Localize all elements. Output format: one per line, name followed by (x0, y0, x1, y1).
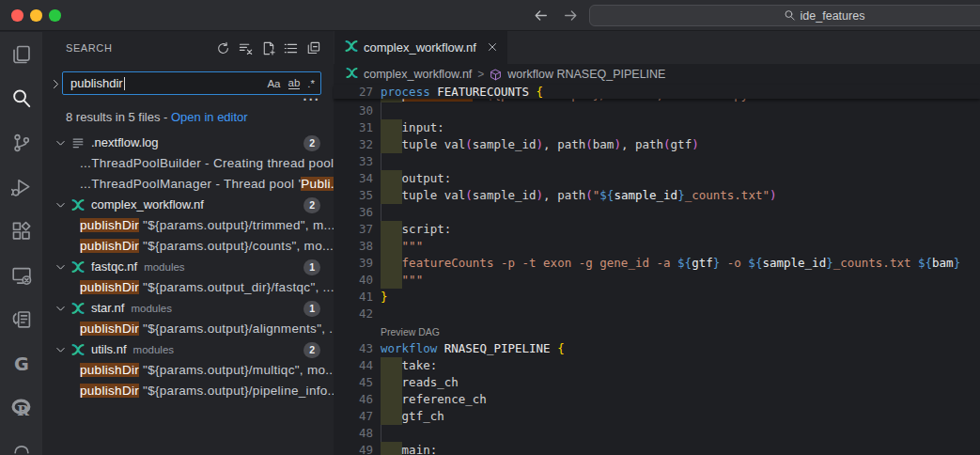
extensions-icon[interactable] (0, 209, 42, 253)
search-match-row[interactable]: ...ThreadPoolBuilder - Creating thread p… (42, 153, 334, 174)
references-icon[interactable] (0, 297, 42, 341)
code-line-46: 46 reference_ch (334, 391, 980, 408)
clear-results-icon[interactable] (239, 41, 253, 55)
chevron-down-icon[interactable] (54, 343, 68, 356)
search-results-tree: .nextflow.log2...ThreadPoolBuilder - Cre… (42, 133, 334, 401)
search-result-file[interactable]: star.nfmodules1 (42, 298, 334, 319)
file-badge-detail: modules (131, 298, 171, 319)
results-summary: 8 results in 5 files - Open in editor (66, 110, 248, 124)
view-as-list-icon[interactable] (284, 41, 298, 55)
more-actions-icon[interactable]: ··· (303, 92, 321, 107)
log-file-icon (71, 136, 86, 150)
chevron-down-icon[interactable] (54, 302, 68, 315)
gitlens-icon[interactable]: G (0, 341, 42, 385)
tab-label: complex_workflow.nf (364, 40, 476, 55)
r-language-icon[interactable]: R (0, 385, 42, 430)
whole-word-toggle[interactable]: ab (288, 77, 301, 89)
partial-bottom-icon[interactable] (0, 430, 42, 455)
remote-explorer-icon[interactable] (0, 253, 42, 297)
breadcrumb-file[interactable]: complex_workflow.nf (364, 68, 472, 81)
file-name: complex_workflow.nf (91, 195, 204, 215)
code-lines: 3031 input:32 tuple val(sample_id), path… (334, 102, 980, 455)
panel-title: SEARCH (66, 42, 112, 54)
run-debug-icon[interactable] (0, 165, 42, 209)
svg-text:G: G (14, 353, 29, 374)
symbol-namespace-icon (490, 69, 502, 81)
match-highlight: publishDir (80, 384, 139, 398)
text-cursor (124, 77, 126, 90)
nextflow-icon (71, 343, 86, 357)
traffic-light-zoom[interactable] (49, 9, 61, 22)
search-match-row[interactable]: publishDir "${params.output}/pipeline_in… (42, 381, 334, 401)
breadcrumb-symbol[interactable]: workflow RNASEQ_PIPELINE (507, 68, 665, 81)
search-match-row[interactable]: publishDir "${params.output}/multiqc", m… (42, 360, 334, 381)
search-match-row[interactable]: ...ThreadPoolManager - Thread pool 'Publ… (42, 174, 334, 195)
code-line-31: 31 input: (334, 119, 980, 136)
nextflow-icon (71, 260, 86, 275)
editor-group: complex_workflow.nf complex_workflow.nf … (334, 32, 980, 455)
code-line-39: 39 featureCounts -p -t exon -g gene_id -… (334, 255, 980, 272)
code-line-35: 35 tuple val(sample_id), path("${sample_… (334, 187, 980, 204)
toggle-replace-icon[interactable] (50, 77, 63, 90)
match-highlight: publishDir (80, 239, 139, 253)
forward-icon[interactable] (563, 8, 579, 24)
file-name: star.nf (91, 298, 124, 319)
refresh-icon[interactable] (216, 41, 230, 55)
search-result-file[interactable]: fastqc.nfmodules1 (42, 257, 334, 277)
nextflow-icon (71, 302, 86, 316)
tab-complex-workflow[interactable]: complex_workflow.nf (334, 31, 507, 64)
match-case-toggle[interactable]: Aa (267, 78, 280, 89)
search-result-file[interactable]: utils.nfmodules2 (42, 339, 334, 360)
chevron-down-icon[interactable] (54, 198, 68, 212)
traffic-light-close[interactable] (11, 9, 23, 22)
search-query-text: publishdir (70, 76, 123, 90)
match-highlight: Publi... (301, 177, 334, 191)
search-toggles: Aaab.* (267, 77, 315, 89)
files-icon[interactable] (0, 32, 42, 76)
match-highlight: publishDir (80, 280, 139, 294)
search-match-row[interactable]: publishDir "${params.output}/trimmed", m… (42, 215, 334, 236)
source-control-icon[interactable] (0, 120, 42, 165)
open-new-search-editor-icon[interactable] (261, 41, 275, 55)
match-highlight: publishDir (80, 363, 139, 377)
open-in-editor-link[interactable]: Open in editor (171, 110, 248, 124)
code-line-42: 42 (334, 306, 980, 322)
match-count-badge: 2 (303, 342, 320, 358)
search-icon[interactable] (0, 76, 42, 120)
match-highlight: publishDir (80, 218, 139, 232)
command-center-search[interactable]: ide_features (589, 5, 980, 26)
code-line-30: 30 (334, 102, 980, 119)
match-count-badge: 2 (303, 197, 320, 213)
code-line-49: 49 main: (334, 442, 980, 455)
code-line-40: 40 """ (334, 272, 980, 289)
search-result-file[interactable]: complex_workflow.nf2 (42, 195, 334, 215)
search-input[interactable]: publishdir Aaab.* (62, 71, 321, 95)
code-editor[interactable]: 27process FEATURECOUNTS { publishDir "${… (334, 85, 980, 455)
codelens-preview-dag[interactable]: Preview DAG (334, 322, 980, 340)
chevron-down-icon[interactable] (54, 136, 68, 149)
code-line-44: 44 take: (334, 357, 980, 374)
search-panel: SEARCH publishdir Aaab.* ··· 8 results i… (42, 32, 334, 455)
tab-bar: complex_workflow.nf (334, 31, 980, 64)
code-line-48: 48 (334, 425, 980, 442)
search-match-row[interactable]: publishDir "${params.output_dir}/fastqc"… (42, 277, 334, 298)
regex-toggle[interactable]: .* (307, 78, 315, 89)
code-line-37: 37 script: (334, 221, 980, 238)
search-match-row[interactable]: publishDir "${params.output}/counts", mo… (42, 236, 334, 257)
match-count-badge: 2 (303, 135, 320, 151)
file-name: utils.nf (91, 339, 127, 360)
chevron-down-icon[interactable] (54, 260, 68, 274)
search-result-file[interactable]: .nextflow.log2 (42, 133, 334, 153)
collapse-all-icon[interactable] (306, 41, 320, 55)
breadcrumb: complex_workflow.nf > workflow RNASEQ_PI… (334, 64, 980, 85)
titlebar: ide_features (0, 0, 980, 31)
close-icon[interactable] (486, 40, 500, 55)
code-line-38: 38 """ (334, 238, 980, 255)
search-match-row[interactable]: publishDir "${params.output}/alignments"… (42, 319, 334, 339)
sticky-scroll-line[interactable]: 27process FEATURECOUNTS { (334, 85, 980, 99)
activity-bar: GR (0, 32, 42, 455)
nextflow-icon (71, 198, 86, 212)
back-icon[interactable] (533, 8, 549, 24)
file-name: fastqc.nf (91, 257, 137, 277)
traffic-light-minimize[interactable] (30, 9, 42, 22)
